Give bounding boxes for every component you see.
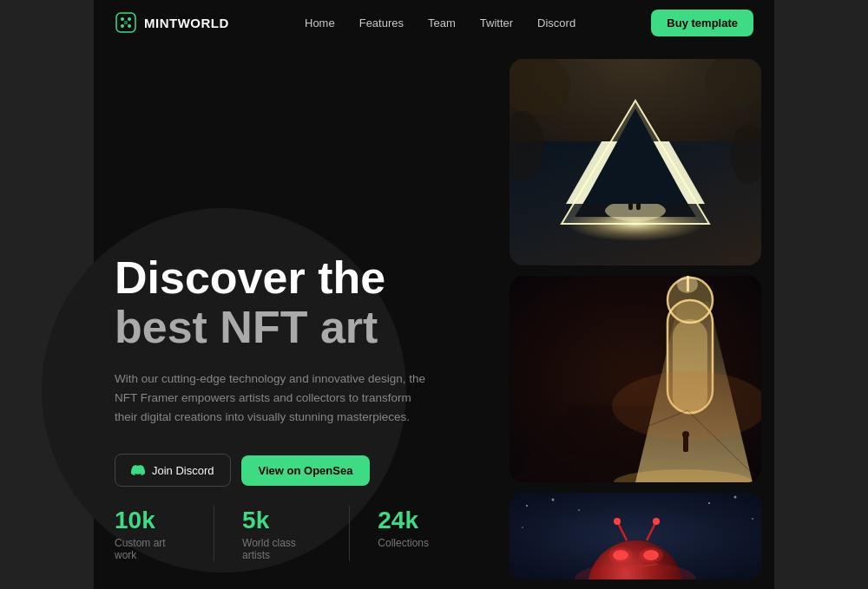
nav-discord[interactable]: Discord [537,16,575,29]
svg-point-9 [605,200,666,221]
logo-text: MINTWORLD [144,16,229,30]
stat-artists-label: World class artists [242,537,321,561]
svg-point-37 [752,518,753,520]
svg-point-35 [734,496,737,499]
svg-point-3 [121,24,124,28]
svg-point-32 [552,499,555,501]
svg-point-33 [578,509,580,511]
opensea-button[interactable]: View on OpenSea [241,455,371,486]
nft-card-2 [510,276,761,482]
discord-icon [131,463,145,477]
buy-template-button[interactable]: Buy template [651,10,753,36]
svg-marker-8 [575,120,696,217]
hero-title-line1: Discover the [115,252,385,303]
nav-links: Home Features Team Twitter Discord [305,16,575,29]
svg-point-2 [128,17,131,21]
svg-point-13 [705,59,761,107]
nav-team[interactable]: Team [428,16,456,29]
hero-buttons: Join Discord View on OpenSea [115,454,464,487]
svg-point-36 [522,527,523,528]
hero-title-line2: best NFT art [115,302,378,352]
svg-rect-5 [124,21,128,24]
discord-btn-label: Join Discord [152,464,214,477]
nav-home[interactable]: Home [305,16,335,29]
logo-area: MINTWORLD [115,11,229,34]
join-discord-button[interactable]: Join Discord [115,454,231,487]
stat-collections-value: 24k [378,506,429,535]
svg-point-34 [708,502,710,504]
stat-custom-art-value: 10k [115,506,186,535]
svg-rect-10 [628,196,633,210]
nav-twitter[interactable]: Twitter [480,16,513,29]
svg-point-1 [121,17,124,21]
stat-collections: 24k Collections [378,506,457,561]
page-wrapper: MINTWORLD Home Features Team Twitter Dis… [0,0,868,589]
nft-cards-area [510,45,774,589]
stat-artists-value: 5k [242,506,321,535]
stat-custom-art: 10k Custom art work [115,506,214,561]
svg-rect-26 [683,436,688,452]
mintworld-logo-icon [115,11,137,34]
svg-point-46 [653,518,660,525]
door-svg [510,276,761,482]
stat-collections-label: Collections [378,537,429,549]
svg-point-12 [510,59,570,115]
svg-point-42 [639,547,663,563]
svg-point-24 [677,276,698,293]
svg-rect-11 [636,196,641,210]
svg-point-41 [608,547,633,563]
stat-artists: 5k World class artists [242,506,350,561]
nft-card-1 [510,59,761,265]
svg-point-44 [614,518,621,525]
svg-point-4 [128,24,131,28]
hero-description: With our cutting-edge technology and inn… [115,370,427,426]
nav-features[interactable]: Features [359,16,404,29]
hero-title: Discover the best NFT art [115,253,464,352]
triangle-svg [510,59,761,265]
svg-point-14 [510,111,544,180]
navbar: MINTWORLD Home Features Team Twitter Dis… [94,0,774,45]
nft-card-3 [510,493,761,579]
svg-point-25 [612,371,761,441]
stats-area: 10k Custom art work 5k World class artis… [115,506,484,561]
hero-text-area: Discover the best NFT art With our cutti… [115,253,464,487]
robot-svg [510,493,761,579]
stat-custom-art-label: Custom art work [115,537,186,561]
hero-left: Discover the best NFT art With our cutti… [94,45,484,589]
svg-point-27 [682,431,689,438]
svg-point-31 [526,505,528,507]
svg-point-15 [731,124,761,185]
